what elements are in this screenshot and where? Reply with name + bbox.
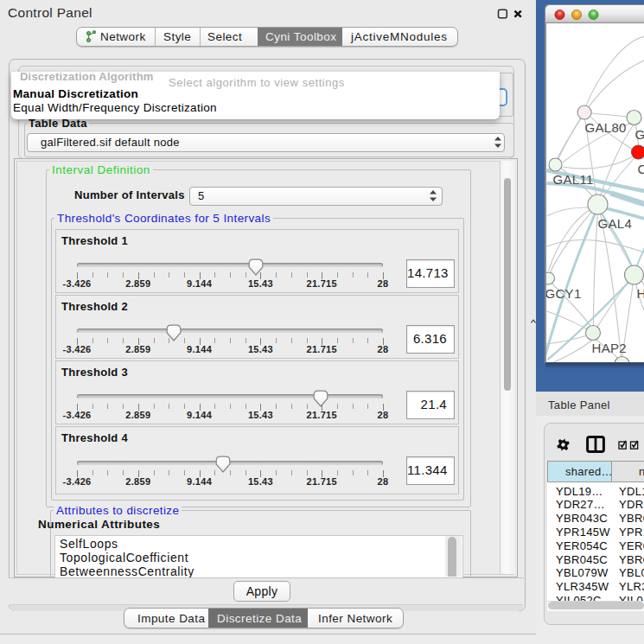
svg-text:H: H xyxy=(636,286,644,301)
svg-text:HAP2: HAP2 xyxy=(591,341,626,355)
svg-text:GAL80: GAL80 xyxy=(584,120,626,135)
svg-text:GA: GA xyxy=(634,127,644,142)
svg-text:GCY1: GCY1 xyxy=(546,286,582,301)
svg-text:GAL4: GAL4 xyxy=(597,216,632,231)
svg-text:GAL11: GAL11 xyxy=(552,172,593,187)
svg-text:C: C xyxy=(637,162,644,176)
